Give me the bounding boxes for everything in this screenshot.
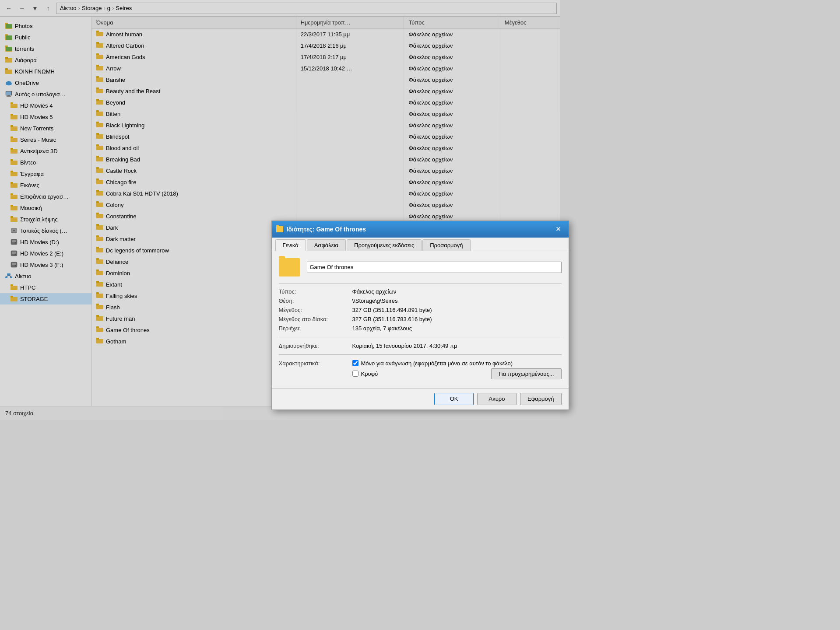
dialog-titlebar: Ιδιότητες: Game Of thrones ✕ [272,221,561,238]
size-row: Μέγεθος: 327 GB (351.116.494.891 byte) [279,307,561,313]
type-row: Τύπος: Φάκελος αρχείων [279,288,561,295]
properties-dialog: Ιδιότητες: Game Of thrones ✕ Γενικά Ασφά… [271,220,561,410]
advanced-button[interactable]: Για προχωρημένους... [491,368,560,379]
dialog-tabs: Γενικά Ασφάλεια Προηγούμενες εκδόσεις Πρ… [272,238,561,251]
created-row: Δημιουργήθηκε: Κυριακή, 15 Ιανουαρίου 20… [279,343,561,349]
dialog-title: Ιδιότητες: Game Of thrones [287,226,549,233]
size-value: 327 GB (351.116.494.891 byte) [352,307,432,313]
contains-row: Περιέχει: 135 αρχεία, 7 φακέλους [279,325,561,332]
dialog-overlay: Ιδιότητες: Game Of thrones ✕ Γενικά Ασφά… [0,0,560,420]
tab-general[interactable]: Γενικά [275,239,306,251]
separator3 [279,354,561,355]
attributes-row: Χαρακτηριστικά: Μόνο για ανάγνωση (εφαρμ… [279,360,561,379]
separator1 [279,284,561,284]
location-label: Θέση: [279,298,349,304]
type-value: Φάκελος αρχείων [352,288,397,295]
folder-name-input[interactable] [307,262,561,273]
cancel-button[interactable]: Άκυρο [477,393,517,405]
sizeondisk-value: 327 GB (351.116.783.616 byte) [352,316,432,322]
contains-value: 135 αρχεία, 7 φακέλους [352,325,412,332]
dialog-content: Τύπος: Φάκελος αρχείων Θέση: \\Storage\g… [272,251,561,388]
location-value: \\Storage\g\Seires [352,298,398,304]
hidden-row: Κρυφό [352,371,378,377]
tab-security[interactable]: Ασφάλεια [307,239,346,251]
dialog-folder-icon [276,226,283,232]
attributes-label: Χαρακτηριστικά: [279,360,349,367]
ok-button[interactable]: OK [434,393,474,405]
readonly-label: Μόνο για ανάγνωση (εφαρμόζεται μόνο σε α… [361,360,513,367]
readonly-checkbox[interactable] [352,360,358,366]
created-label: Δημιουργήθηκε: [279,343,349,349]
sizeondisk-label: Μέγεθος στο δίσκο: [279,316,349,322]
apply-button[interactable]: Εφαρμογή [520,393,560,405]
sizeondisk-row: Μέγεθος στο δίσκο: 327 GB (351.116.783.6… [279,316,561,322]
type-label: Τύπος: [279,288,349,295]
dialog-close-button[interactable]: ✕ [553,224,561,235]
tab-previous-versions[interactable]: Προηγούμενες εκδόσεις [347,239,422,251]
readonly-row: Μόνο για ανάγνωση (εφαρμόζεται μόνο σε α… [352,360,561,367]
created-value: Κυριακή, 15 Ιανουαρίου 2017, 4:30:49 πμ [352,343,457,349]
folder-large-icon [279,258,300,276]
tab-customize[interactable]: Προσαρμογή [422,239,470,251]
size-label: Μέγεθος: [279,307,349,313]
location-row: Θέση: \\Storage\g\Seires [279,298,561,304]
folder-name-row [279,258,561,276]
attributes-controls: Μόνο για ανάγνωση (εφαρμόζεται μόνο σε α… [352,360,561,379]
separator2 [279,337,561,337]
hidden-label: Κρυφό [361,371,378,377]
hidden-checkbox[interactable] [352,371,358,377]
dialog-buttons: OK Άκυρο Εφαρμογή [272,388,561,410]
contains-label: Περιέχει: [279,325,349,332]
